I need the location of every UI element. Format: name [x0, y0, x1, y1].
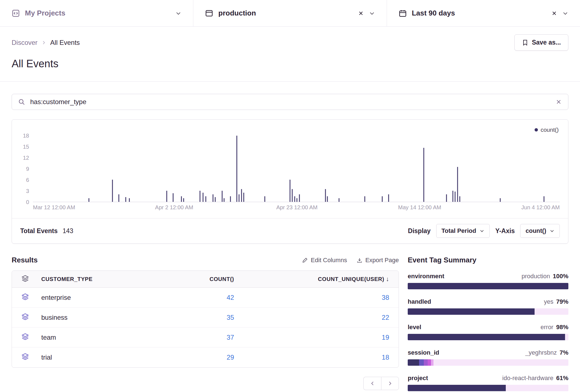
chart-bar[interactable]	[224, 198, 225, 202]
y-tick-label: 15	[23, 143, 29, 150]
chart-bar[interactable]	[292, 189, 292, 202]
chart-bar[interactable]	[213, 194, 214, 202]
chart-bar[interactable]	[88, 198, 89, 202]
chart-bar[interactable]	[205, 196, 206, 202]
search-input[interactable]: has:customer_type	[30, 98, 550, 106]
chart-bar[interactable]	[264, 196, 265, 202]
chart-bar[interactable]	[299, 194, 300, 202]
chart-legend[interactable]: count()	[16, 126, 560, 134]
chart-bar[interactable]	[290, 180, 291, 202]
chart-bar[interactable]	[294, 196, 295, 202]
stack-icon[interactable]	[22, 313, 29, 320]
events-chart-panel: count() 0369121518 Mar 12 12:00 AMApr 2 …	[12, 119, 568, 244]
search-bar[interactable]: has:customer_type	[12, 94, 568, 110]
column-header-customer-type[interactable]: CUSTOMER_TYPE	[39, 271, 160, 288]
chart-bar[interactable]	[199, 191, 200, 202]
clear-date-icon[interactable]	[551, 10, 557, 16]
breadcrumb-current: All Events	[50, 39, 80, 47]
save-as-button[interactable]: Save as...	[514, 34, 568, 51]
chart-bar[interactable]	[238, 194, 239, 202]
column-header-count[interactable]: COUNT()	[160, 271, 243, 288]
chart-bar[interactable]	[243, 193, 244, 202]
breadcrumb-discover[interactable]: Discover	[12, 39, 37, 47]
chart-bar[interactable]	[112, 180, 113, 202]
cell-count-unique[interactable]: 18	[243, 347, 399, 367]
date-range-filter[interactable]: Last 90 days	[387, 0, 580, 26]
chart-bar[interactable]	[241, 189, 242, 202]
display-select[interactable]: Total Period	[436, 224, 490, 238]
sort-descending-icon: ↓	[386, 275, 389, 282]
chart-bar[interactable]	[455, 192, 455, 202]
tag-bar-segment	[506, 385, 568, 391]
download-icon	[356, 257, 363, 263]
window-icon	[205, 9, 213, 17]
column-header-count-unique[interactable]: COUNT_UNIQUE(USER)↓	[243, 271, 399, 288]
chart-bar[interactable]	[424, 148, 424, 202]
tag-bar[interactable]	[408, 308, 568, 315]
chart-bar[interactable]	[365, 196, 365, 202]
chart-bar[interactable]	[181, 196, 182, 202]
pencil-icon	[302, 257, 308, 263]
chart-bar[interactable]	[129, 198, 130, 202]
chart-bar[interactable]	[119, 194, 119, 202]
pagination-prev-button[interactable]	[363, 377, 381, 390]
project-filter[interactable]: My Projects	[0, 0, 193, 26]
table-row[interactable]: team 37 19	[12, 327, 399, 347]
cell-count[interactable]: 37	[160, 327, 243, 347]
chart-bar[interactable]	[203, 193, 204, 202]
chart-bar[interactable]	[230, 196, 231, 202]
chart-bar[interactable]	[237, 136, 237, 202]
x-tick-label: Apr 2 12:00 AM	[155, 204, 193, 211]
clear-environment-icon[interactable]	[358, 10, 364, 16]
chart-bar[interactable]	[125, 197, 126, 202]
chart-bar[interactable]	[325, 189, 326, 202]
edit-columns-button[interactable]: Edit Columns	[302, 257, 347, 264]
chart-bar[interactable]	[382, 196, 383, 202]
chart-bar[interactable]	[500, 198, 501, 202]
environment-filter[interactable]: production	[193, 0, 386, 26]
chart-bar[interactable]	[173, 193, 173, 202]
table-row[interactable]: trial 29 18	[12, 347, 399, 367]
tag-bar[interactable]	[408, 334, 568, 340]
chart-bar[interactable]	[543, 196, 544, 202]
environment-filter-label: production	[218, 9, 256, 17]
page-title: All Events	[12, 58, 568, 81]
clear-search-icon[interactable]	[555, 99, 562, 105]
x-tick-label: Jun 4 12:00 AM	[521, 204, 560, 211]
display-select-value: Total Period	[442, 227, 476, 234]
cell-count-unique[interactable]: 38	[243, 288, 399, 308]
chart-bar[interactable]	[446, 194, 447, 202]
tag-bar[interactable]	[408, 385, 568, 391]
cell-count[interactable]: 42	[160, 288, 243, 308]
chart-bar[interactable]	[452, 191, 453, 202]
chart-x-axis: Mar 12 12:00 AMApr 2 12:00 AMApr 23 12:0…	[33, 204, 560, 215]
export-page-button[interactable]: Export Page	[356, 257, 399, 264]
cell-count[interactable]: 35	[160, 308, 243, 327]
stack-icon[interactable]	[22, 333, 29, 340]
pagination-next-button[interactable]	[381, 377, 399, 390]
chart-bar[interactable]	[222, 191, 222, 202]
stack-icon[interactable]	[22, 353, 29, 360]
chart-plot[interactable]	[33, 136, 560, 202]
results-table: CUSTOMER_TYPE COUNT() COUNT_UNIQUE(USER)…	[12, 270, 399, 368]
chart-bar[interactable]	[327, 196, 328, 202]
chart-bar[interactable]	[296, 198, 297, 202]
chart-bar[interactable]	[339, 198, 340, 202]
chart-bar[interactable]	[215, 197, 216, 202]
chart-bar[interactable]	[166, 191, 167, 202]
chart-bar[interactable]	[457, 167, 458, 202]
chart-bar[interactable]	[183, 198, 184, 202]
cell-count[interactable]: 29	[160, 347, 243, 367]
tag-bar[interactable]	[408, 359, 568, 366]
stack-icon[interactable]	[22, 293, 29, 300]
tag-bar[interactable]	[408, 283, 568, 289]
date-range-filter-label: Last 90 days	[412, 9, 455, 17]
table-row[interactable]: business 35 22	[12, 308, 399, 327]
chart-bar[interactable]	[459, 196, 460, 202]
table-row[interactable]: enterprise 42 38	[12, 288, 399, 308]
chart-bar[interactable]	[388, 194, 389, 202]
cell-count-unique[interactable]: 19	[243, 327, 399, 347]
yaxis-select[interactable]: count()	[520, 224, 560, 238]
tag-bar-segment	[565, 334, 568, 340]
cell-count-unique[interactable]: 22	[243, 308, 399, 327]
